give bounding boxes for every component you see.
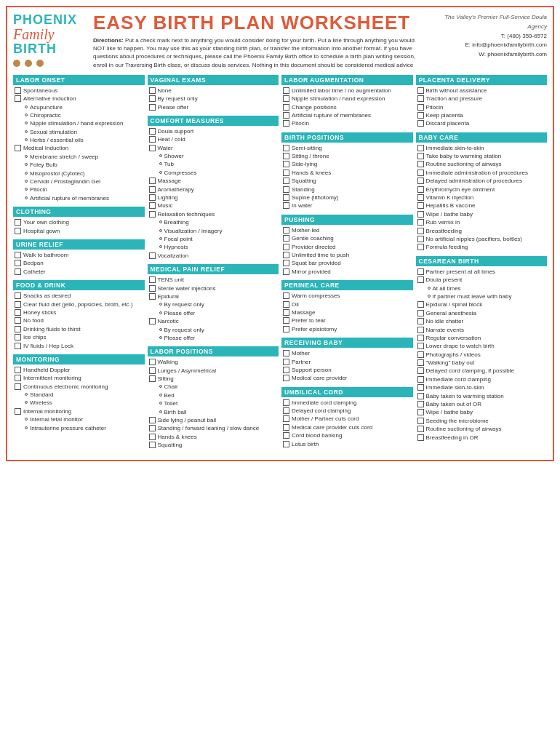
checkbox[interactable] bbox=[283, 309, 289, 316]
checkbox[interactable] bbox=[15, 219, 21, 226]
checkbox[interactable] bbox=[283, 268, 289, 275]
checkbox[interactable] bbox=[149, 367, 156, 374]
checkbox[interactable] bbox=[417, 194, 424, 201]
checkbox[interactable] bbox=[417, 178, 424, 184]
checkbox[interactable] bbox=[149, 318, 156, 324]
checkbox[interactable] bbox=[283, 375, 289, 381]
checkbox[interactable] bbox=[15, 145, 21, 151]
checkbox[interactable] bbox=[417, 202, 424, 209]
checkbox[interactable] bbox=[15, 268, 21, 275]
checkbox[interactable] bbox=[417, 244, 424, 250]
checkbox[interactable] bbox=[15, 292, 21, 299]
checkbox[interactable] bbox=[283, 235, 289, 242]
checkbox[interactable] bbox=[417, 104, 424, 111]
checkbox[interactable] bbox=[283, 178, 289, 184]
checkbox[interactable] bbox=[417, 409, 424, 415]
checkbox[interactable] bbox=[417, 376, 424, 383]
checkbox[interactable] bbox=[417, 170, 424, 176]
checkbox[interactable] bbox=[283, 441, 289, 447]
checkbox[interactable] bbox=[149, 202, 156, 209]
checkbox[interactable] bbox=[283, 432, 289, 439]
checkbox[interactable] bbox=[149, 136, 156, 143]
checkbox[interactable] bbox=[283, 202, 289, 209]
checkbox[interactable] bbox=[15, 383, 21, 390]
checkbox[interactable] bbox=[417, 268, 424, 275]
checkbox[interactable] bbox=[417, 318, 424, 324]
checkbox[interactable] bbox=[417, 112, 424, 119]
checkbox[interactable] bbox=[15, 317, 21, 324]
checkbox[interactable] bbox=[149, 285, 156, 292]
checkbox[interactable] bbox=[15, 408, 21, 415]
checkbox[interactable] bbox=[417, 161, 424, 167]
checkbox[interactable] bbox=[15, 228, 21, 234]
checkbox[interactable] bbox=[149, 425, 156, 431]
checkbox[interactable] bbox=[15, 87, 21, 94]
checkbox[interactable] bbox=[417, 301, 424, 308]
checkbox[interactable] bbox=[417, 87, 424, 94]
checkbox[interactable] bbox=[149, 145, 156, 151]
checkbox[interactable] bbox=[283, 260, 289, 266]
checkbox[interactable] bbox=[15, 375, 21, 381]
checkbox[interactable] bbox=[15, 326, 21, 332]
checkbox[interactable] bbox=[417, 384, 424, 391]
checkbox[interactable] bbox=[283, 407, 289, 414]
checkbox[interactable] bbox=[283, 301, 289, 308]
checkbox[interactable] bbox=[417, 236, 424, 242]
checkbox[interactable] bbox=[417, 401, 424, 407]
checkbox[interactable] bbox=[417, 367, 424, 374]
checkbox[interactable] bbox=[15, 252, 21, 258]
checkbox[interactable] bbox=[417, 343, 424, 349]
checkbox[interactable] bbox=[417, 219, 424, 226]
checkbox[interactable] bbox=[283, 170, 289, 176]
checkbox[interactable] bbox=[283, 292, 289, 299]
checkbox[interactable] bbox=[283, 95, 289, 102]
checkbox[interactable] bbox=[149, 276, 156, 283]
checkbox[interactable] bbox=[283, 399, 289, 406]
checkbox[interactable] bbox=[283, 252, 289, 258]
checkbox[interactable] bbox=[149, 252, 156, 259]
checkbox[interactable] bbox=[283, 415, 289, 422]
checkbox[interactable] bbox=[15, 301, 21, 308]
checkbox[interactable] bbox=[417, 351, 424, 358]
checkbox[interactable] bbox=[417, 228, 424, 234]
checkbox[interactable] bbox=[283, 145, 289, 151]
checkbox[interactable] bbox=[149, 417, 156, 423]
checkbox[interactable] bbox=[283, 227, 289, 234]
checkbox[interactable] bbox=[417, 186, 424, 193]
checkbox[interactable] bbox=[149, 104, 156, 111]
checkbox[interactable] bbox=[417, 327, 424, 333]
checkbox[interactable] bbox=[417, 95, 424, 102]
checkbox[interactable] bbox=[283, 161, 289, 167]
checkbox[interactable] bbox=[15, 334, 21, 340]
checkbox[interactable] bbox=[283, 153, 289, 159]
checkbox[interactable] bbox=[417, 120, 424, 127]
checkbox[interactable] bbox=[283, 424, 289, 431]
checkbox[interactable] bbox=[283, 87, 289, 94]
checkbox[interactable] bbox=[149, 293, 156, 300]
checkbox[interactable] bbox=[417, 418, 424, 424]
checkbox[interactable] bbox=[283, 194, 289, 201]
checkbox[interactable] bbox=[417, 393, 424, 399]
checkbox[interactable] bbox=[149, 87, 156, 94]
checkbox[interactable] bbox=[283, 104, 289, 111]
checkbox[interactable] bbox=[417, 359, 424, 366]
checkbox[interactable] bbox=[283, 367, 289, 373]
checkbox[interactable] bbox=[417, 145, 424, 151]
checkbox[interactable] bbox=[15, 95, 21, 102]
checkbox[interactable] bbox=[149, 128, 156, 135]
checkbox[interactable] bbox=[149, 186, 156, 193]
checkbox[interactable] bbox=[15, 260, 21, 266]
checkbox[interactable] bbox=[283, 186, 289, 193]
checkbox[interactable] bbox=[149, 211, 156, 218]
checkbox[interactable] bbox=[149, 95, 156, 102]
checkbox[interactable] bbox=[149, 194, 156, 201]
checkbox[interactable] bbox=[15, 343, 21, 349]
checkbox[interactable] bbox=[283, 350, 289, 356]
checkbox[interactable] bbox=[149, 359, 156, 365]
checkbox[interactable] bbox=[149, 178, 156, 184]
checkbox[interactable] bbox=[283, 326, 289, 332]
checkbox[interactable] bbox=[417, 153, 424, 159]
checkbox[interactable] bbox=[15, 309, 21, 316]
checkbox[interactable] bbox=[417, 310, 424, 316]
checkbox[interactable] bbox=[417, 434, 424, 441]
